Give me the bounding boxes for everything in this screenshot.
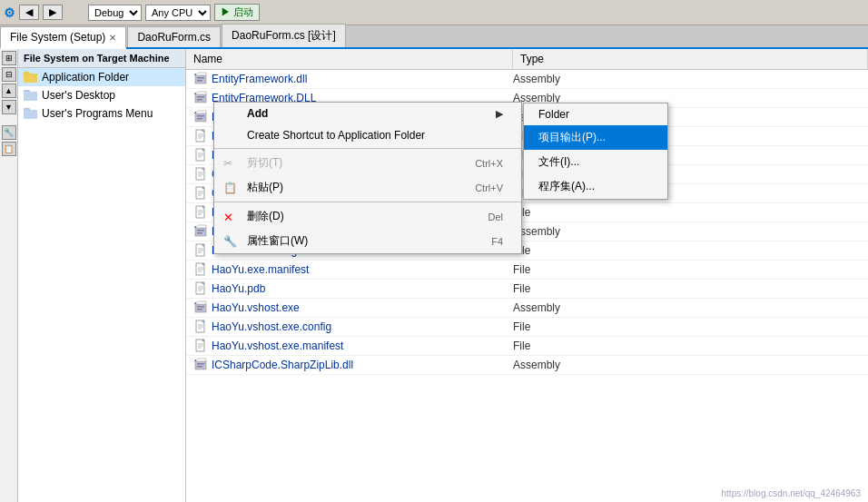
tab-daoru-design-label: DaoRuForm.cs [设计] bbox=[232, 28, 336, 44]
ctx-cut[interactable]: ✂ 剪切(T) Ctrl+X bbox=[214, 151, 521, 175]
ctx-paste[interactable]: 📋 粘贴(P) Ctrl+V bbox=[214, 175, 521, 200]
left-btn-1[interactable]: ⊞ bbox=[2, 51, 16, 65]
ctx-properties[interactable]: 🔧 属性窗口(W) F4 bbox=[214, 229, 521, 253]
debug-select[interactable]: Debug bbox=[88, 5, 142, 21]
sidebar-item-programs-label: User's Programs Menu bbox=[42, 107, 153, 120]
content-panel: Name Type EntityFramework.dll Assembly bbox=[186, 49, 868, 502]
context-menu: Add ▶ Folder 项目输出(P)... 文件(I)... 程序集(A).… bbox=[213, 102, 522, 254]
ctx-paste-label: 粘贴(P) bbox=[247, 180, 283, 195]
tab-close-icon[interactable]: ✕ bbox=[109, 33, 116, 43]
sidebar-header: File System on Target Machine bbox=[18, 49, 185, 68]
cut-icon: ✂ bbox=[223, 157, 232, 170]
left-btn-4[interactable]: ▼ bbox=[2, 100, 16, 114]
tab-daoru[interactable]: DaoRuForm.cs bbox=[127, 26, 221, 47]
sidebar-item-application-folder-label: Application Folder bbox=[42, 71, 129, 84]
ctx-properties-label: 属性窗口(W) bbox=[247, 233, 308, 249]
back-button[interactable]: ◀ bbox=[19, 5, 39, 20]
left-btn-2[interactable]: ⊟ bbox=[2, 67, 16, 82]
sidebar-item-desktop-label: User's Desktop bbox=[42, 89, 115, 102]
tab-bar: File System (Setup) ✕ DaoRuForm.cs DaoRu… bbox=[0, 25, 868, 49]
ctx-cut-label: 剪切(T) bbox=[247, 155, 282, 171]
ctx-add-arrow: ▶ bbox=[496, 108, 503, 120]
add-submenu: Folder 项目输出(P)... 文件(I)... 程序集(A)... bbox=[523, 103, 668, 200]
left-btn-3[interactable]: ▲ bbox=[2, 84, 16, 98]
ctx-separator-2 bbox=[214, 202, 521, 202]
ctx-delete-label: 删除(D) bbox=[247, 209, 284, 224]
folder-icon-desktop bbox=[24, 89, 38, 102]
ctx-create-shortcut[interactable]: Create Shortcut to Application Folder bbox=[214, 124, 521, 146]
ctx-create-shortcut-label: Create Shortcut to Application Folder bbox=[247, 129, 425, 142]
ctx-delete-shortcut: Del bbox=[488, 212, 503, 222]
folder-icon-programs bbox=[24, 107, 38, 120]
forward-button[interactable]: ▶ bbox=[43, 5, 63, 20]
sidebar-item-application-folder[interactable]: Application Folder bbox=[18, 68, 185, 86]
submenu-project-output[interactable]: 项目输出(P)... bbox=[524, 125, 667, 150]
left-btn-5[interactable]: 🔧 bbox=[2, 125, 16, 140]
left-toolbar: ⊞ ⊟ ▲ ▼ 🔧 📋 bbox=[0, 49, 18, 502]
sidebar: File System on Target Machine Applicatio… bbox=[18, 49, 186, 502]
tab-filesystem-label: File System (Setup) bbox=[10, 31, 105, 44]
sidebar-item-programs[interactable]: User's Programs Menu bbox=[18, 104, 185, 123]
svg-rect-2 bbox=[24, 74, 37, 83]
submenu-assembly[interactable]: 程序集(A)... bbox=[524, 174, 667, 199]
ctx-separator-1 bbox=[214, 148, 521, 149]
ctx-delete[interactable]: ✕ 删除(D) Del bbox=[214, 204, 521, 229]
ctx-paste-shortcut: Ctrl+V bbox=[475, 182, 503, 193]
svg-rect-8 bbox=[24, 110, 37, 119]
sidebar-item-desktop[interactable]: User's Desktop bbox=[18, 86, 185, 104]
svg-rect-5 bbox=[24, 92, 37, 101]
submenu-folder[interactable]: Folder bbox=[524, 103, 667, 125]
delete-icon: ✕ bbox=[223, 210, 233, 223]
start-button[interactable]: ▶ 启动 bbox=[214, 4, 260, 21]
submenu-file[interactable]: 文件(I)... bbox=[524, 150, 667, 174]
context-menu-overlay[interactable]: Add ▶ Folder 项目输出(P)... 文件(I)... 程序集(A).… bbox=[186, 49, 868, 502]
tab-filesystem[interactable]: File System (Setup) ✕ bbox=[0, 26, 126, 49]
paste-icon: 📋 bbox=[223, 182, 237, 194]
properties-icon: 🔧 bbox=[223, 235, 237, 248]
cpu-select[interactable]: Any CPU bbox=[145, 5, 211, 21]
ctx-properties-shortcut: F4 bbox=[491, 236, 503, 247]
folder-icon-application bbox=[24, 71, 38, 84]
tab-daoru-label: DaoRuForm.cs bbox=[137, 31, 211, 44]
ctx-cut-shortcut: Ctrl+X bbox=[475, 158, 503, 169]
tab-daoru-design[interactable]: DaoRuForm.cs [设计] bbox=[222, 24, 346, 47]
main-area: ⊞ ⊟ ▲ ▼ 🔧 📋 File System on Target Machin… bbox=[0, 49, 868, 502]
left-btn-6[interactable]: 📋 bbox=[2, 142, 16, 156]
ctx-add-label: Add bbox=[247, 107, 268, 120]
ctx-add[interactable]: Add ▶ Folder 项目输出(P)... 文件(I)... 程序集(A).… bbox=[214, 103, 521, 124]
top-toolbar: ⚙ ◀ ▶ Debug Any CPU ▶ 启动 bbox=[0, 0, 868, 25]
vs-logo: ⚙ bbox=[4, 5, 15, 20]
